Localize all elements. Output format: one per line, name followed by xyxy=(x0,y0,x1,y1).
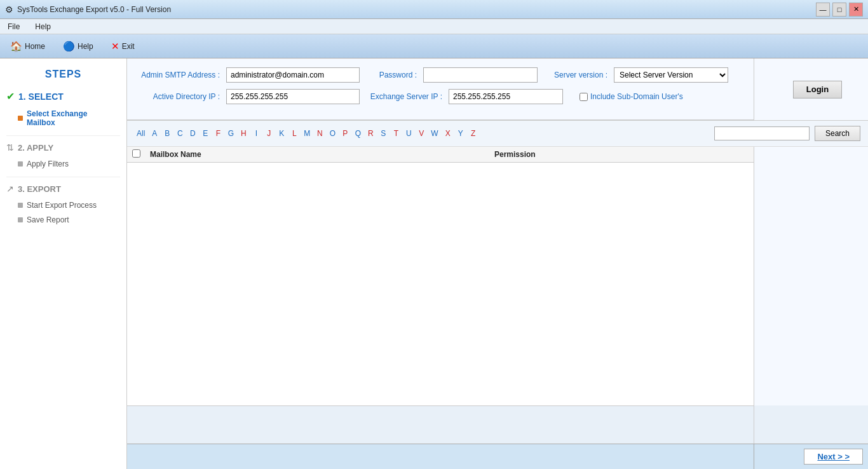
exchange-server-label: Exchange Server IP : xyxy=(366,92,442,101)
content-wrapper: Admin SMTP Address : Password : Server v… xyxy=(127,58,868,469)
menu-help[interactable]: Help xyxy=(32,21,53,32)
alpha-e[interactable]: E xyxy=(200,128,210,139)
alpha-all[interactable]: All xyxy=(135,128,147,139)
alpha-x[interactable]: X xyxy=(443,128,453,139)
alpha-n[interactable]: N xyxy=(315,128,325,139)
alpha-k[interactable]: K xyxy=(276,128,287,139)
nav-buttons xyxy=(127,444,754,469)
alpha-t[interactable]: T xyxy=(391,128,401,139)
sidebar-item-start-export[interactable]: Start Export Process xyxy=(6,199,120,212)
select-all-checkbox[interactable] xyxy=(132,149,140,158)
admin-smtp-label: Admin SMTP Address : xyxy=(137,71,220,79)
divider-1 xyxy=(6,135,120,136)
alpha-b[interactable]: B xyxy=(162,128,172,139)
mailbox-table: Mailbox Name Permission xyxy=(127,147,754,405)
include-subdomain-text: Include Sub-Domain User's xyxy=(590,92,683,101)
alpha-i[interactable]: I xyxy=(251,128,261,139)
form-row-2: Active Directory IP : Exchange Server IP… xyxy=(137,89,743,104)
alpha-u[interactable]: U xyxy=(403,128,414,139)
include-subdomain-checkbox[interactable] xyxy=(580,93,588,101)
step2-header: ⇅ 2. APPLY xyxy=(6,142,120,153)
exit-label: Exit xyxy=(122,42,135,51)
title-bar-left: ⚙ SysTools Exchange Export v5.0 - Full V… xyxy=(5,4,171,15)
exchange-server-input[interactable] xyxy=(449,89,563,104)
alpha-f[interactable]: F xyxy=(213,128,223,139)
step2-sub-dot xyxy=(18,161,23,167)
step1-check-icon: ✔ xyxy=(6,90,15,102)
step1-sub-dot xyxy=(18,116,23,121)
minimize-button[interactable]: — xyxy=(816,3,830,17)
menu-bar: File Help xyxy=(0,19,868,34)
alpha-y[interactable]: Y xyxy=(456,128,466,139)
next-button[interactable]: Next > > xyxy=(804,449,863,465)
maximize-button[interactable]: □ xyxy=(832,3,846,17)
step3-arrow-icon: ↗ xyxy=(6,184,14,194)
alpha-w[interactable]: W xyxy=(429,128,440,139)
bottom-right-panel xyxy=(754,405,868,444)
alpha-j[interactable]: J xyxy=(264,128,274,139)
alpha-c[interactable]: C xyxy=(175,128,185,139)
step1-header: ✔ 1. SELECT xyxy=(6,90,120,102)
alpha-v[interactable]: V xyxy=(416,128,426,139)
help-icon: 🔵 xyxy=(63,41,75,52)
table-header-mailbox: Mailbox Name xyxy=(150,150,494,159)
active-dir-label: Active Directory IP : xyxy=(137,92,220,101)
search-button[interactable]: Search xyxy=(815,126,860,141)
password-input[interactable] xyxy=(423,67,538,83)
step3-sub-dot-1 xyxy=(18,203,23,208)
table-header-checkbox-cell xyxy=(132,149,150,160)
bottom-section xyxy=(127,405,868,444)
table-body xyxy=(127,163,754,405)
sidebar-item-save-report[interactable]: Save Report xyxy=(6,214,120,226)
search-input[interactable] xyxy=(714,126,810,140)
table-header: Mailbox Name Permission xyxy=(127,147,754,163)
login-panel: Login xyxy=(754,58,868,120)
step3-sub-label-1: Start Export Process xyxy=(27,201,97,210)
include-subdomain-label[interactable]: Include Sub-Domain User's xyxy=(580,92,683,101)
alpha-r[interactable]: R xyxy=(365,128,376,139)
server-version-select[interactable]: Select Server Version Exchange 2007 Exch… xyxy=(614,67,728,83)
close-button[interactable]: ✕ xyxy=(849,3,863,17)
menu-file[interactable]: File xyxy=(5,21,22,32)
toolbar: 🏠 Home 🔵 Help ✕ Exit xyxy=(0,34,868,58)
alpha-g[interactable]: G xyxy=(226,128,236,139)
alpha-p[interactable]: P xyxy=(340,128,350,139)
alpha-o[interactable]: O xyxy=(327,128,337,139)
sidebar-item-select-mailbox[interactable]: Select Exchange Mailbox xyxy=(6,107,120,129)
toolbar-help[interactable]: 🔵 Help xyxy=(59,39,97,54)
table-section: Mailbox Name Permission xyxy=(127,147,868,405)
alpha-h[interactable]: H xyxy=(238,128,248,139)
main-layout: STEPS ✔ 1. SELECT Select Exchange Mailbo… xyxy=(0,58,868,469)
alpha-m[interactable]: M xyxy=(302,128,312,139)
sidebar: STEPS ✔ 1. SELECT Select Exchange Mailbo… xyxy=(0,58,127,469)
app-icon: ⚙ xyxy=(5,4,13,15)
alpha-d[interactable]: D xyxy=(187,128,198,139)
step2-label: 2. APPLY xyxy=(18,143,53,153)
steps-title: STEPS xyxy=(6,69,120,80)
divider-2 xyxy=(6,177,120,177)
help-label: Help xyxy=(78,42,93,51)
active-dir-input[interactable] xyxy=(226,89,360,104)
app-title: SysTools Exchange Export v5.0 - Full Ver… xyxy=(17,5,171,14)
step2-sub-label: Apply Filters xyxy=(27,160,69,168)
top-section: Admin SMTP Address : Password : Server v… xyxy=(127,58,868,121)
form-section: Admin SMTP Address : Password : Server v… xyxy=(127,58,754,120)
right-panel-main xyxy=(754,147,868,405)
alpha-z[interactable]: Z xyxy=(468,128,478,139)
table-header-permission: Permission xyxy=(494,150,749,159)
admin-smtp-input[interactable] xyxy=(226,67,360,83)
home-label: Home xyxy=(25,42,45,51)
step1-label: 1. SELECT xyxy=(18,92,64,102)
toolbar-home[interactable]: 🏠 Home xyxy=(6,39,49,54)
toolbar-exit[interactable]: ✕ Exit xyxy=(107,39,139,54)
alpha-q[interactable]: Q xyxy=(353,128,363,139)
login-button[interactable]: Login xyxy=(793,81,842,99)
title-bar: ⚙ SysTools Exchange Export v5.0 - Full V… xyxy=(0,0,868,19)
bottom-panel xyxy=(127,405,754,444)
alpha-l[interactable]: L xyxy=(289,128,299,139)
alpha-s[interactable]: S xyxy=(378,128,388,139)
alpha-a[interactable]: A xyxy=(149,128,159,139)
alphabet-nav: All A B C D E F G H I J K L M N O P Q R … xyxy=(127,121,868,147)
title-bar-controls: — □ ✕ xyxy=(816,3,863,17)
sidebar-item-apply-filters[interactable]: Apply Filters xyxy=(6,158,120,170)
